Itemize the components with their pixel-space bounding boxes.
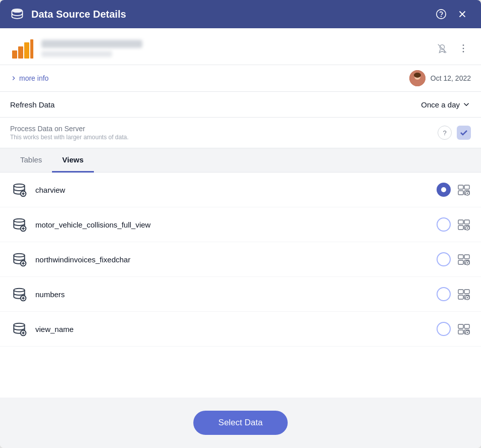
more-info-right: Oct 12, 2022	[409, 70, 471, 86]
refresh-data-row: Refresh Data Once a day	[0, 92, 481, 118]
schema-button[interactable]	[457, 322, 471, 336]
refresh-label: Refresh Data	[10, 100, 55, 109]
svg-point-12	[463, 48, 464, 49]
svg-point-40	[14, 254, 24, 257]
svg-rect-45	[464, 255, 469, 259]
process-data-row: Process Data on Server This works best w…	[0, 118, 481, 148]
select-radio[interactable]	[437, 252, 451, 266]
footer: Select Data	[0, 398, 481, 448]
svg-rect-22	[458, 185, 463, 189]
schema-button[interactable]	[457, 183, 471, 197]
schema-button[interactable]	[457, 252, 471, 266]
select-radio[interactable]	[437, 322, 451, 336]
source-name-block	[41, 40, 435, 57]
info-bar	[0, 28, 481, 65]
view-name: charview	[35, 186, 437, 194]
svg-rect-35	[458, 226, 463, 230]
modal-title: Data Source Details	[31, 9, 429, 20]
source-name-blurred	[41, 40, 142, 48]
svg-rect-5	[12, 50, 17, 59]
list-item: motor_vehicle_collisions_full_view	[0, 207, 481, 242]
svg-rect-55	[458, 290, 463, 294]
select-radio[interactable]	[437, 217, 451, 232]
list-item-actions	[437, 287, 471, 301]
svg-rect-44	[458, 255, 463, 259]
svg-rect-67	[464, 324, 469, 328]
svg-point-62	[14, 323, 24, 327]
list-item-actions	[437, 322, 471, 336]
tab-views[interactable]: Views	[52, 148, 93, 173]
svg-rect-34	[464, 220, 469, 224]
list-item: numbers	[0, 277, 481, 312]
view-icon	[10, 250, 28, 268]
tabs-row: Tables Views	[0, 148, 481, 173]
svg-point-51	[14, 289, 24, 292]
list-item-actions	[437, 217, 471, 232]
list-item: view_name	[0, 312, 481, 347]
svg-point-0	[12, 9, 23, 13]
close-button[interactable]	[454, 6, 471, 23]
select-radio[interactable]	[437, 287, 451, 301]
view-name: motor_vehicle_collisions_full_view	[35, 220, 437, 229]
avatar	[409, 70, 425, 86]
svg-rect-66	[458, 324, 463, 328]
data-source-details-modal: Data Source Details	[0, 0, 481, 448]
more-info-link[interactable]: more info	[10, 74, 48, 82]
svg-rect-46	[458, 260, 463, 264]
process-help-icon[interactable]: ?	[438, 126, 452, 140]
view-icon	[10, 215, 28, 234]
process-title: Process Data on Server	[10, 125, 129, 133]
view-name: northwindinvoices_fixedchar	[35, 255, 437, 264]
svg-rect-8	[30, 39, 33, 59]
svg-rect-23	[464, 185, 469, 189]
modal-header: Data Source Details	[0, 0, 481, 28]
view-icon	[10, 285, 28, 303]
refresh-select[interactable]: Once a day	[421, 100, 471, 109]
source-sub-blurred	[41, 51, 112, 57]
process-right: ?	[438, 126, 471, 140]
svg-rect-33	[458, 220, 463, 224]
svg-point-29	[14, 219, 24, 222]
svg-rect-6	[18, 46, 23, 59]
svg-point-17	[414, 73, 421, 78]
svg-point-18	[14, 184, 24, 188]
list-item: northwindinvoices_fixedchar	[0, 242, 481, 277]
svg-rect-56	[464, 290, 469, 294]
svg-point-2	[441, 16, 442, 17]
view-icon	[10, 320, 28, 338]
info-bar-right	[435, 41, 471, 56]
source-logo	[10, 36, 34, 61]
svg-point-11	[463, 44, 464, 46]
schema-button[interactable]	[457, 287, 471, 301]
date-label: Oct 12, 2022	[431, 74, 471, 82]
more-options-button[interactable]	[456, 41, 471, 56]
tab-tables[interactable]: Tables	[10, 148, 52, 173]
views-list: charview	[0, 173, 481, 398]
svg-point-13	[463, 51, 464, 52]
svg-rect-7	[24, 42, 29, 59]
award-off-icon[interactable]	[435, 41, 450, 56]
list-item-actions	[437, 183, 471, 197]
database-icon	[10, 7, 24, 21]
view-name: view_name	[35, 325, 437, 333]
svg-rect-57	[458, 295, 463, 299]
svg-point-1	[437, 10, 446, 19]
process-subtitle: This works best with larger amounts of d…	[10, 134, 129, 141]
process-text-block: Process Data on Server This works best w…	[10, 125, 129, 141]
list-item-actions	[437, 252, 471, 266]
svg-rect-24	[458, 191, 463, 195]
more-info-row: more info Oct 12, 2022	[0, 65, 481, 92]
process-checkbox[interactable]	[457, 126, 471, 140]
list-item: charview	[0, 173, 481, 207]
svg-rect-68	[458, 330, 463, 334]
help-button[interactable]	[433, 6, 450, 23]
view-name: numbers	[35, 290, 437, 299]
view-icon	[10, 181, 28, 199]
select-radio[interactable]	[437, 183, 451, 197]
select-data-button[interactable]: Select Data	[193, 411, 288, 435]
schema-button[interactable]	[457, 217, 471, 232]
